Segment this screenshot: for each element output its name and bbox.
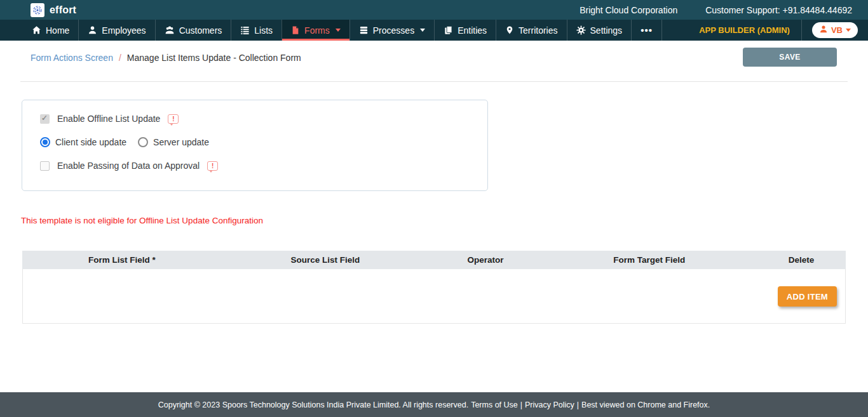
nav-label: Home [46,25,69,36]
add-item-button[interactable]: ADD ITEM [778,286,837,307]
chevron-down-icon [336,29,341,32]
nav-item-customers[interactable]: Customers [155,20,231,41]
nav-label: Processes [373,25,414,36]
offline-update-row: Enable Offline List Update ! [40,114,487,124]
footer-terms-link[interactable]: Terms of Use [471,400,518,409]
nav-item-lists[interactable]: Lists [231,20,281,41]
chevron-down-icon [846,29,851,32]
effort-logo-icon [31,3,44,17]
approval-row: Enable Passing of Data on Approval ! [40,161,487,171]
approval-warning-icon[interactable]: ! [207,161,218,171]
client-side-label: Client side update [55,137,126,147]
col-header-operator: Operator [429,255,542,265]
footer-viewed-text: Best viewed on Chrome and Firefox. [581,400,710,409]
header-divider [20,81,848,82]
nav-label: Employees [102,25,146,36]
nav-item-territories[interactable]: Territories [496,20,566,41]
col-header-form-target-field: Form Target Field [542,255,757,265]
list-items-table: Form List Field * Source List Field Oper… [22,251,846,324]
offline-update-panel: Enable Offline List Update ! Client side… [22,100,488,191]
table-header-row: Form List Field * Source List Field Oper… [22,251,846,269]
save-button[interactable]: SAVE [743,48,837,67]
enable-offline-label: Enable Offline List Update [57,114,160,124]
gear-icon [576,25,586,35]
offline-warning-icon[interactable]: ! [168,114,179,124]
nav-label: Settings [590,25,623,36]
page-title: Manage List Items Update - Collection Fo… [127,53,301,63]
update-mode-row: Client side update Server update [40,137,487,147]
footer-separator: | [520,400,522,409]
user-initials: VB [831,25,843,35]
top-bar: effort Bright Cloud Corporation Customer… [0,0,868,20]
main-content: Form Actions Screen / Manage List Items … [0,41,868,392]
nav-separator [801,20,802,41]
app-page: effort Bright Cloud Corporation Customer… [0,0,868,417]
nav-item-employees[interactable]: Employees [78,20,154,41]
nav-item-settings[interactable]: Settings [567,20,632,41]
nav-item-more[interactable]: ••• [631,20,662,41]
logo-text: effort [50,4,76,16]
chevron-down-icon [420,29,425,32]
footer-separator: | [577,400,579,409]
list-icon [240,25,250,35]
nav-label: Lists [254,25,273,36]
home-icon [32,25,41,35]
server-update-radio[interactable] [138,137,148,147]
nav-item-processes[interactable]: Processes [349,20,434,41]
breadcrumb-link-form-actions[interactable]: Form Actions Screen [31,53,113,63]
breadcrumb-separator: / [119,53,121,63]
server-update-label: Server update [153,137,209,147]
enable-approval-label: Enable Passing of Data on Approval [57,161,200,171]
user-avatar-icon [819,25,828,36]
footer-copyright: Copyright © 2023 Spoors Technology Solut… [158,400,468,409]
footer-privacy-link[interactable]: Privacy Policy [525,400,574,409]
customer-support-text: Customer Support: +91.84484.44692 [705,5,852,15]
user-icon [88,25,97,35]
nav-label: Customers [179,25,222,36]
nav-label: Territories [519,25,557,36]
main-nav: Home Employees Customers Lists Forms [0,20,868,41]
client-side-radio[interactable] [40,137,50,147]
col-header-form-list-field: Form List Field * [22,255,222,265]
role-badge: APP BUILDER (ADMIN) [688,25,801,35]
table-body-empty: ADD ITEM [22,269,846,324]
company-name: Bright Cloud Corporation [580,5,677,15]
footer: Copyright © 2023 Spoors Technology Solut… [0,392,868,417]
nav-item-home[interactable]: Home [23,20,78,41]
nav-right: APP BUILDER (ADMIN) VB [688,20,868,41]
nav-label: Forms [304,25,330,36]
col-header-delete: Delete [757,255,846,265]
form-icon [291,25,300,35]
entities-icon [444,25,453,35]
topbar-right: Bright Cloud Corporation Customer Suppor… [580,5,852,15]
col-header-source-list-field: Source List Field [222,255,430,265]
breadcrumb: Form Actions Screen / Manage List Items … [31,53,301,63]
nav-item-forms[interactable]: Forms [281,20,349,41]
nav-label: Entities [458,25,487,36]
enable-approval-checkbox[interactable] [40,161,50,171]
processes-icon [359,25,369,35]
user-menu-button[interactable]: VB [812,22,858,38]
users-icon [165,25,175,35]
enable-offline-checkbox [40,114,50,124]
nav-item-entities[interactable]: Entities [434,20,496,41]
not-eligible-message: This template is not eligible for Offlin… [21,216,263,225]
map-pin-icon [505,25,514,35]
ellipsis-icon: ••• [641,25,653,36]
